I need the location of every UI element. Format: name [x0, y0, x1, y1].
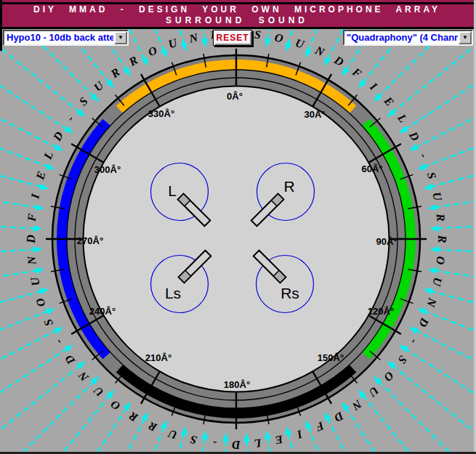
inward-arrow-icon: [430, 246, 476, 256]
inward-arrow-icon: [409, 327, 476, 386]
angle-label: 120Â°: [368, 306, 394, 317]
ring-letter: U: [92, 78, 107, 94]
ring-letter: D: [50, 129, 65, 144]
ring-letter: R: [126, 410, 140, 425]
ring-letter: U: [430, 191, 444, 203]
ring-letter: U: [91, 384, 106, 399]
ring-letter: E: [274, 433, 285, 447]
mic-type-dropdown[interactable]: Hypo10 - 10db back atten. ▼: [3, 30, 129, 46]
reset-button[interactable]: RESET: [213, 30, 252, 46]
mic-type-value: Hypo10 - 10db back atten.: [7, 31, 113, 44]
ring-letter: O: [108, 397, 123, 413]
inward-arrow-icon: [7, 376, 99, 454]
app-title: DIY MMAD - DESIGN YOUR OWN MICROPHONE AR…: [0, 4, 474, 26]
inward-arrow-icon: [60, 402, 131, 454]
ring-letter: D: [25, 235, 37, 244]
titlebar: DIY MMAD - DESIGN YOUR OWN MICROPHONE AR…: [0, 0, 476, 29]
ring-letter: U: [366, 384, 381, 400]
ring-letter: O: [33, 296, 48, 309]
ring-letter: S: [76, 95, 90, 108]
chevron-down-icon[interactable]: ▼: [459, 31, 472, 44]
inward-arrow-icon: [0, 327, 63, 386]
ring-letter: N: [312, 44, 327, 59]
mic-Rs-label: Rs: [281, 285, 299, 301]
ring-letter: -: [408, 337, 420, 346]
angle-label: 300Â°: [94, 164, 121, 175]
dial-interior: [84, 86, 390, 392]
window-edge-left: [0, 0, 2, 51]
inward-arrow-icon: [387, 36, 476, 117]
angle-label: 210Â°: [145, 352, 172, 363]
ring-letter: E: [382, 94, 396, 108]
ring-letter: I: [295, 428, 304, 442]
ring-letter: O: [146, 44, 159, 58]
ring-letter: I: [28, 192, 41, 200]
ring-letter: -: [52, 337, 64, 346]
ring-letter: R: [108, 65, 123, 81]
mmad-app-window: { "header": { "line1": "DIY MMAD - DESIG…: [0, 0, 476, 454]
inward-arrow-icon: [374, 376, 465, 454]
ring-letter: F: [25, 213, 38, 223]
inward-arrow-icon: [0, 246, 42, 256]
ring-letter: D: [232, 439, 241, 451]
app-title-line2: SURROUND SOUND: [0, 15, 474, 26]
ring-letter: D: [332, 409, 347, 424]
ring-letter: S: [425, 171, 439, 181]
ring-letter: D: [416, 315, 432, 329]
angle-label: 60Â°: [361, 163, 382, 174]
ring-letter: U: [166, 36, 179, 51]
ring-letter: E: [33, 170, 48, 182]
ring-letter: D: [406, 129, 421, 143]
inward-arrow-icon: [243, 433, 253, 454]
soundfield-dial: SOUNDFIELD-SURROUND-SOUNDFIELD-SURROUND-…: [0, 0, 476, 454]
ring-letter: S: [395, 354, 409, 366]
ring-letter: R: [146, 419, 159, 434]
inward-arrow-icon: [417, 309, 476, 355]
ring-letter: N: [187, 31, 200, 45]
ring-letter: U: [166, 427, 179, 442]
ring-letter: L: [41, 150, 55, 162]
ring-letter: U: [294, 36, 307, 51]
inward-arrow-icon: [387, 361, 476, 442]
inward-arrow-icon: [219, 433, 229, 454]
inward-arrow-icon: [358, 389, 440, 454]
inward-arrow-icon: [430, 222, 476, 232]
angle-label: 270Â°: [77, 235, 103, 246]
inward-arrow-icon: [0, 222, 42, 232]
ring-letter: -: [64, 113, 76, 123]
mic-Ls-label: Ls: [165, 285, 181, 301]
ring-letter: U: [28, 275, 41, 287]
ring-letter: R: [434, 212, 447, 222]
inward-arrow-icon: [0, 309, 55, 355]
ring-letter: F: [313, 419, 326, 434]
inward-arrow-icon: [33, 389, 114, 454]
angle-label: 90Â°: [376, 236, 397, 247]
angle-label: 240Â°: [89, 306, 116, 317]
inward-arrow-icon: [306, 420, 352, 454]
app-title-line1: DIY MMAD - DESIGN YOUR OWN MICROPHONE AR…: [0, 4, 474, 15]
ring-letter: U: [430, 276, 444, 288]
ring-letter: D: [62, 352, 78, 368]
inward-arrow-icon: [409, 92, 476, 151]
chevron-down-icon[interactable]: ▼: [114, 31, 127, 44]
ring-letter: N: [424, 296, 439, 309]
ring-letter: D: [331, 53, 346, 68]
inward-arrow-icon: [417, 123, 476, 170]
ring-letter: O: [273, 31, 284, 45]
angle-label: 330Â°: [148, 108, 174, 119]
inward-arrow-icon: [121, 420, 167, 454]
ring-letter: O: [382, 369, 397, 384]
titlebar-border-bottom: [0, 27, 474, 29]
inward-arrow-icon: [0, 123, 55, 170]
channel-config-dropdown[interactable]: "Quadraphony" (4 Channels ▼: [343, 30, 473, 46]
mic-L-label: L: [168, 182, 177, 199]
ring-letter: N: [25, 255, 38, 267]
ring-letter: O: [434, 256, 447, 266]
inward-arrow-icon: [89, 412, 148, 454]
ring-letter: -: [212, 437, 217, 450]
ring-letter: S: [254, 28, 262, 41]
angle-label: 0Â°: [227, 91, 243, 102]
ring-letter: N: [350, 397, 365, 413]
ring-letter: S: [41, 317, 55, 328]
angle-label: 150Â°: [318, 352, 344, 363]
